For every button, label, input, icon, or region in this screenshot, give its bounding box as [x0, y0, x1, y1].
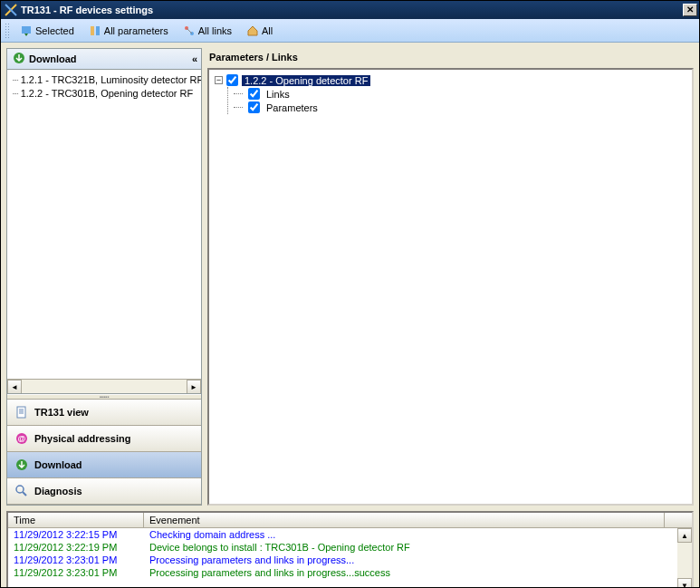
scroll-down-button[interactable]: ▼	[677, 578, 692, 588]
log-event: Device belongs to install : TRC301B - Op…	[144, 541, 677, 554]
log-row[interactable]: 11/29/2012 3:22:19 PM Device belongs to …	[8, 541, 677, 554]
log-row[interactable]: 11/29/2012 3:23:01 PM Processing paramet…	[8, 554, 677, 566]
log-event: Processing parameters and links in progr…	[144, 566, 677, 579]
left-pane: Download « ┈ 1.2.1 - TRC321B, Luminosity…	[6, 48, 202, 506]
nav-download[interactable]: Download	[7, 452, 201, 478]
parameters-links-header: Parameters / Links	[207, 48, 694, 68]
log-body: 11/29/2012 3:22:15 PM Checking domain ad…	[8, 528, 692, 588]
svg-line-7	[187, 28, 192, 34]
vertical-scrollbar[interactable]: ▲ ▼	[677, 528, 692, 588]
nav-physical-addressing[interactable]: @ Physical addressing	[7, 426, 201, 452]
device-label: 1.2.2 - TRC301B, Opening detector RF	[21, 88, 194, 99]
log-rows: 11/29/2012 3:22:15 PM Checking domain ad…	[8, 528, 677, 588]
collapse-button[interactable]: «	[192, 53, 196, 64]
tree-collapse-icon[interactable]: −	[215, 76, 223, 84]
right-pane: Parameters / Links − 1.2.2 - Opening det…	[207, 48, 694, 506]
toolbar: Selected All parameters All links All	[1, 19, 699, 43]
svg-rect-9	[17, 407, 25, 418]
device-label: 1.2.1 - TRC321B, Luminosity detector RF	[21, 74, 201, 85]
scroll-up-button[interactable]: ▲	[677, 528, 692, 543]
svg-line-17	[23, 492, 26, 496]
content-area: Download « ┈ 1.2.1 - TRC321B, Luminosity…	[1, 43, 699, 511]
log-time: 11/29/2012 3:22:19 PM	[8, 541, 144, 554]
tree-root-label[interactable]: 1.2.2 - Opening detector RF	[242, 75, 370, 86]
device-item[interactable]: ┈ 1.2.1 - TRC321B, Luminosity detector R…	[13, 73, 201, 87]
svg-rect-3	[91, 26, 94, 35]
log-row[interactable]: 11/29/2012 3:22:15 PM Checking domain ad…	[8, 528, 677, 541]
svg-point-16	[16, 486, 24, 493]
toolbar-label: All links	[198, 25, 232, 36]
window-title: TR131 - RF devices settings	[21, 5, 683, 15]
log-time: 11/29/2012 3:23:01 PM	[8, 554, 144, 566]
log-time: 11/29/2012 3:23:01 PM	[8, 566, 144, 579]
svg-rect-2	[22, 26, 31, 34]
nav-label: Diagnosis	[34, 486, 82, 496]
scroll-left-button[interactable]: ◄	[7, 380, 22, 394]
tree-children: Links Parameters	[227, 87, 686, 114]
tree-checkbox[interactable]	[226, 74, 238, 86]
download-icon	[20, 24, 33, 37]
log-time: 11/29/2012 3:22:15 PM	[8, 528, 144, 541]
toolbar-all-parameters[interactable]: All parameters	[82, 22, 175, 40]
log-col-blank	[665, 513, 692, 527]
device-tree: ┈ 1.2.1 - TRC321B, Luminosity detector R…	[7, 70, 201, 394]
close-button[interactable]: ✕	[683, 4, 697, 16]
log-col-time[interactable]: Time	[8, 513, 144, 527]
toolbar-all-links[interactable]: All links	[177, 22, 238, 40]
tree-child: Links	[234, 87, 686, 101]
tree-checkbox[interactable]	[248, 88, 260, 100]
title-bar: TR131 - RF devices settings ✕	[1, 1, 699, 19]
nav-diagnosis[interactable]: Diagnosis	[7, 478, 201, 505]
log-row[interactable]: 11/29/2012 3:23:01 PM Processing paramet…	[8, 566, 677, 579]
links-icon	[183, 24, 196, 37]
toolbar-all[interactable]: All	[240, 22, 279, 40]
scroll-track[interactable]	[677, 543, 692, 578]
tree-child: Parameters	[234, 101, 686, 114]
nav-buttons: TR131 view @ Physical addressing Downloa…	[7, 400, 201, 505]
toolbar-label: All	[262, 25, 273, 36]
app-icon	[5, 4, 17, 16]
log-event: Processing parameters and links in progr…	[144, 554, 677, 566]
tree-connector	[234, 93, 243, 94]
document-icon	[14, 405, 29, 419]
log-col-event[interactable]: Evenement	[144, 513, 665, 527]
device-item[interactable]: ┈ 1.2.2 - TRC301B, Opening detector RF	[13, 87, 201, 101]
toolbar-label: All parameters	[104, 25, 168, 36]
nav-tr131-view[interactable]: TR131 view	[7, 400, 201, 426]
tree-child-label[interactable]: Parameters	[264, 102, 321, 113]
tree-root: − 1.2.2 - Opening detector RF	[215, 73, 686, 87]
download-icon	[14, 458, 29, 472]
home-icon	[246, 24, 259, 37]
scroll-track[interactable]	[22, 380, 187, 393]
download-icon	[13, 52, 25, 66]
sidebar-header-title: Download	[29, 53, 77, 64]
magnifier-icon	[14, 484, 29, 498]
addressing-icon: @	[14, 431, 29, 446]
toolbar-selected[interactable]: Selected	[14, 22, 81, 40]
tree-connector: ┈	[13, 88, 18, 100]
tree-checkbox[interactable]	[248, 101, 260, 113]
nav-label: Download	[34, 459, 82, 470]
nav-label: Physical addressing	[34, 433, 130, 444]
log-event: Checking domain address ...	[144, 528, 677, 541]
tree-connector	[234, 107, 243, 108]
log-panel: Time Evenement 11/29/2012 3:22:15 PM Che…	[6, 511, 694, 588]
horizontal-scrollbar[interactable]: ◄ ►	[7, 379, 201, 393]
svg-text:@: @	[18, 434, 26, 443]
parameters-tree: − 1.2.2 - Opening detector RF Links Para…	[207, 68, 694, 506]
log-header: Time Evenement	[8, 513, 692, 528]
tree-child-label[interactable]: Links	[264, 89, 292, 100]
parameters-icon	[89, 24, 101, 37]
toolbar-grip	[5, 23, 10, 39]
toolbar-label: Selected	[35, 25, 74, 36]
svg-rect-4	[96, 26, 100, 35]
scroll-right-button[interactable]: ►	[187, 380, 201, 394]
nav-label: TR131 view	[34, 407, 89, 418]
tree-connector: ┈	[13, 74, 18, 86]
sidebar-header: Download «	[7, 49, 201, 70]
